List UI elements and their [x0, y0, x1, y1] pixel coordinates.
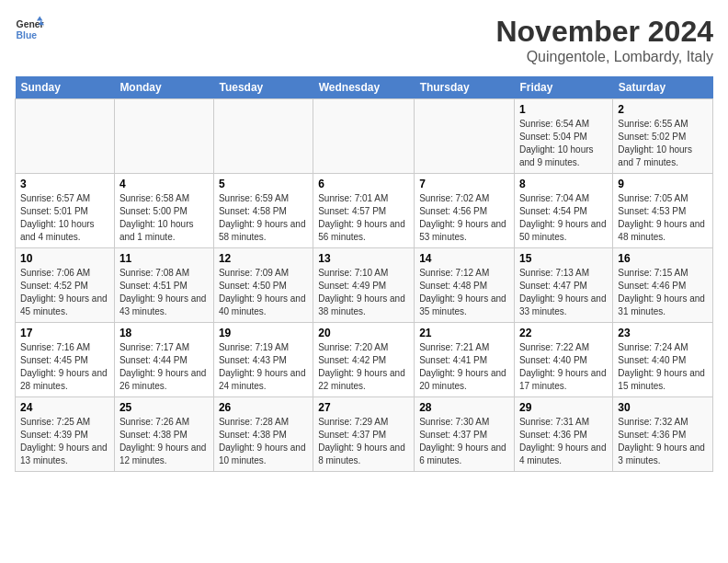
- calendar-cell: 6Sunrise: 7:01 AM Sunset: 4:57 PM Daylig…: [313, 174, 415, 248]
- calendar-cell: 9Sunrise: 7:05 AM Sunset: 4:53 PM Daylig…: [613, 174, 713, 248]
- calendar-cell: 5Sunrise: 6:59 AM Sunset: 4:58 PM Daylig…: [213, 174, 313, 248]
- day-number: 9: [618, 178, 708, 190]
- calendar-cell: [114, 99, 213, 174]
- day-info: Sunrise: 7:25 AM Sunset: 4:39 PM Dayligh…: [20, 416, 109, 467]
- day-number: 7: [419, 178, 509, 190]
- calendar-cell: 18Sunrise: 7:17 AM Sunset: 4:44 PM Dayli…: [114, 323, 213, 397]
- calendar-cell: 3Sunrise: 6:57 AM Sunset: 5:01 PM Daylig…: [16, 174, 115, 248]
- svg-text:Blue: Blue: [17, 30, 38, 40]
- calendar-cell: [213, 99, 313, 174]
- day-number: 14: [419, 252, 509, 265]
- weekday-header-friday: Friday: [514, 76, 612, 99]
- svg-marker-2: [37, 17, 42, 21]
- subtitle: Quingentole, Lombardy, Italy: [495, 49, 713, 65]
- calendar-week-row: 24Sunrise: 7:25 AM Sunset: 4:39 PM Dayli…: [16, 397, 713, 472]
- day-number: 12: [219, 252, 308, 265]
- day-number: 1: [519, 103, 608, 116]
- day-info: Sunrise: 7:12 AM Sunset: 4:48 PM Dayligh…: [419, 267, 509, 318]
- logo: General Blue: [15, 15, 44, 44]
- day-number: 3: [20, 178, 109, 190]
- calendar-cell: 16Sunrise: 7:15 AM Sunset: 4:46 PM Dayli…: [613, 248, 713, 323]
- day-number: 18: [119, 327, 209, 339]
- day-info: Sunrise: 7:10 AM Sunset: 4:49 PM Dayligh…: [318, 267, 409, 318]
- calendar-cell: 2Sunrise: 6:55 AM Sunset: 5:02 PM Daylig…: [613, 99, 713, 174]
- day-info: Sunrise: 7:09 AM Sunset: 4:50 PM Dayligh…: [219, 267, 308, 318]
- day-number: 23: [618, 327, 708, 339]
- day-number: 20: [318, 327, 409, 339]
- calendar-cell: 10Sunrise: 7:06 AM Sunset: 4:52 PM Dayli…: [16, 248, 115, 323]
- weekday-header-saturday: Saturday: [613, 76, 713, 99]
- day-info: Sunrise: 7:29 AM Sunset: 4:37 PM Dayligh…: [318, 416, 409, 467]
- calendar-cell: 19Sunrise: 7:19 AM Sunset: 4:43 PM Dayli…: [213, 323, 313, 397]
- day-info: Sunrise: 7:16 AM Sunset: 4:45 PM Dayligh…: [20, 341, 109, 393]
- day-number: 4: [119, 178, 209, 190]
- calendar-cell: 26Sunrise: 7:28 AM Sunset: 4:38 PM Dayli…: [213, 397, 313, 472]
- calendar-cell: 1Sunrise: 6:54 AM Sunset: 5:04 PM Daylig…: [514, 99, 612, 174]
- calendar-cell: 15Sunrise: 7:13 AM Sunset: 4:47 PM Dayli…: [514, 248, 612, 323]
- day-number: 11: [119, 252, 209, 265]
- weekday-header-row: SundayMondayTuesdayWednesdayThursdayFrid…: [16, 76, 713, 99]
- day-number: 22: [519, 327, 608, 339]
- weekday-header-wednesday: Wednesday: [313, 76, 415, 99]
- day-number: 21: [419, 327, 509, 339]
- day-number: 8: [519, 178, 608, 190]
- calendar-cell: 17Sunrise: 7:16 AM Sunset: 4:45 PM Dayli…: [16, 323, 115, 397]
- calendar-cell: 20Sunrise: 7:20 AM Sunset: 4:42 PM Dayli…: [313, 323, 415, 397]
- day-info: Sunrise: 7:01 AM Sunset: 4:57 PM Dayligh…: [318, 192, 409, 244]
- day-info: Sunrise: 6:59 AM Sunset: 4:58 PM Dayligh…: [219, 192, 308, 244]
- calendar-week-row: 10Sunrise: 7:06 AM Sunset: 4:52 PM Dayli…: [16, 248, 713, 323]
- day-number: 27: [318, 401, 409, 414]
- day-info: Sunrise: 7:05 AM Sunset: 4:53 PM Dayligh…: [618, 192, 708, 244]
- month-title: November 2024: [495, 15, 713, 49]
- day-info: Sunrise: 7:22 AM Sunset: 4:40 PM Dayligh…: [519, 341, 608, 393]
- day-number: 10: [20, 252, 109, 265]
- day-info: Sunrise: 6:57 AM Sunset: 5:01 PM Dayligh…: [20, 192, 109, 244]
- day-info: Sunrise: 7:02 AM Sunset: 4:56 PM Dayligh…: [419, 192, 509, 244]
- calendar-body: 1Sunrise: 6:54 AM Sunset: 5:04 PM Daylig…: [16, 99, 713, 472]
- day-number: 2: [618, 103, 708, 116]
- day-number: 13: [318, 252, 409, 265]
- calendar-cell: 25Sunrise: 7:26 AM Sunset: 4:38 PM Dayli…: [114, 397, 213, 472]
- header: General Blue November 2024 Quingentole, …: [15, 15, 713, 65]
- day-info: Sunrise: 7:24 AM Sunset: 4:40 PM Dayligh…: [618, 341, 708, 393]
- calendar-week-row: 3Sunrise: 6:57 AM Sunset: 5:01 PM Daylig…: [16, 174, 713, 248]
- day-info: Sunrise: 7:13 AM Sunset: 4:47 PM Dayligh…: [519, 267, 608, 318]
- weekday-header-tuesday: Tuesday: [213, 76, 313, 99]
- day-number: 30: [618, 401, 708, 414]
- calendar-cell: 4Sunrise: 6:58 AM Sunset: 5:00 PM Daylig…: [114, 174, 213, 248]
- day-number: 6: [318, 178, 409, 190]
- calendar-cell: [16, 99, 115, 174]
- calendar-cell: 8Sunrise: 7:04 AM Sunset: 4:54 PM Daylig…: [514, 174, 612, 248]
- calendar-cell: [415, 99, 515, 174]
- calendar-cell: 12Sunrise: 7:09 AM Sunset: 4:50 PM Dayli…: [213, 248, 313, 323]
- day-info: Sunrise: 7:06 AM Sunset: 4:52 PM Dayligh…: [20, 267, 109, 318]
- day-info: Sunrise: 7:32 AM Sunset: 4:36 PM Dayligh…: [618, 416, 708, 467]
- day-info: Sunrise: 7:26 AM Sunset: 4:38 PM Dayligh…: [119, 416, 209, 467]
- day-info: Sunrise: 7:15 AM Sunset: 4:46 PM Dayligh…: [618, 267, 708, 318]
- calendar-cell: 30Sunrise: 7:32 AM Sunset: 4:36 PM Dayli…: [613, 397, 713, 472]
- calendar-cell: 27Sunrise: 7:29 AM Sunset: 4:37 PM Dayli…: [313, 397, 415, 472]
- calendar-table: SundayMondayTuesdayWednesdayThursdayFrid…: [15, 76, 713, 472]
- day-number: 25: [119, 401, 209, 414]
- calendar-cell: 29Sunrise: 7:31 AM Sunset: 4:36 PM Dayli…: [514, 397, 612, 472]
- day-number: 19: [219, 327, 308, 339]
- calendar-cell: 13Sunrise: 7:10 AM Sunset: 4:49 PM Dayli…: [313, 248, 415, 323]
- logo-icon: General Blue: [15, 15, 44, 44]
- title-area: November 2024 Quingentole, Lombardy, Ita…: [495, 15, 713, 65]
- day-number: 17: [20, 327, 109, 339]
- day-info: Sunrise: 7:21 AM Sunset: 4:41 PM Dayligh…: [419, 341, 509, 393]
- day-number: 15: [519, 252, 608, 265]
- day-info: Sunrise: 7:30 AM Sunset: 4:37 PM Dayligh…: [419, 416, 509, 467]
- calendar-week-row: 17Sunrise: 7:16 AM Sunset: 4:45 PM Dayli…: [16, 323, 713, 397]
- calendar-cell: 11Sunrise: 7:08 AM Sunset: 4:51 PM Dayli…: [114, 248, 213, 323]
- day-number: 5: [219, 178, 308, 190]
- day-info: Sunrise: 7:08 AM Sunset: 4:51 PM Dayligh…: [119, 267, 209, 318]
- calendar-cell: 22Sunrise: 7:22 AM Sunset: 4:40 PM Dayli…: [514, 323, 612, 397]
- weekday-header-thursday: Thursday: [415, 76, 515, 99]
- day-info: Sunrise: 7:20 AM Sunset: 4:42 PM Dayligh…: [318, 341, 409, 393]
- day-number: 28: [419, 401, 509, 414]
- calendar-cell: 23Sunrise: 7:24 AM Sunset: 4:40 PM Dayli…: [613, 323, 713, 397]
- calendar-week-row: 1Sunrise: 6:54 AM Sunset: 5:04 PM Daylig…: [16, 99, 713, 174]
- day-info: Sunrise: 7:31 AM Sunset: 4:36 PM Dayligh…: [519, 416, 608, 467]
- calendar-cell: 24Sunrise: 7:25 AM Sunset: 4:39 PM Dayli…: [16, 397, 115, 472]
